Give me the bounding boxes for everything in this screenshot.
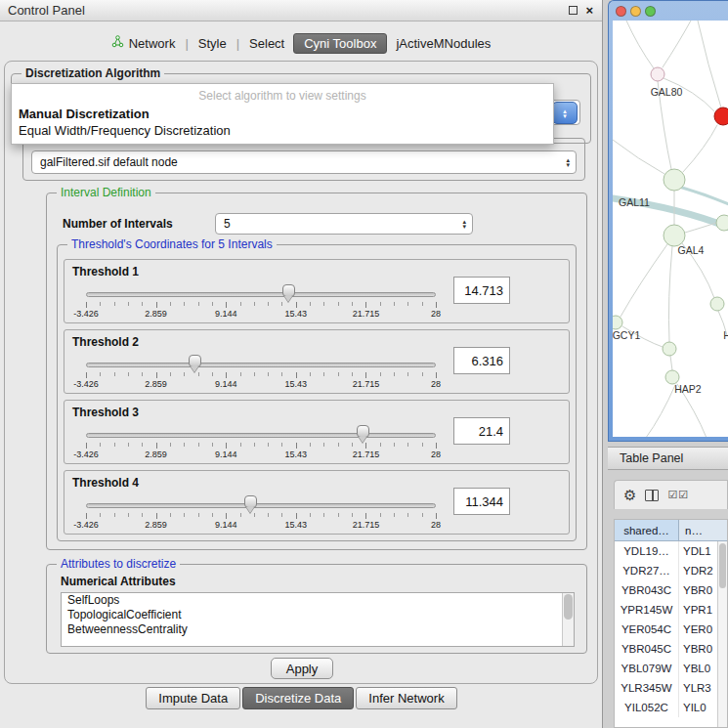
table-scrollbar[interactable]: [717, 541, 727, 727]
threshold-value-field[interactable]: 6.316: [453, 347, 510, 374]
network-edge[interactable]: [663, 21, 691, 67]
network-node[interactable]: [651, 67, 664, 81]
number-of-intervals-combobox[interactable]: 5 ▴ ▾: [215, 213, 473, 235]
tick-mark: [380, 513, 381, 517]
network-canvas[interactable]: GAL80GAL11GAL4GCY1HAP2H: [613, 21, 728, 437]
tick-mark: [254, 302, 255, 306]
tab-network[interactable]: Network: [103, 32, 185, 54]
network-edge[interactable]: [668, 246, 672, 342]
tick-mark: [198, 302, 199, 306]
network-edge[interactable]: [646, 385, 675, 437]
table-row[interactable]: YLR345WYLR3: [615, 678, 727, 698]
slider-thumb[interactable]: [282, 284, 295, 297]
tick-mark: [338, 372, 339, 376]
slider-thumb[interactable]: [357, 425, 369, 438]
network-node[interactable]: [665, 370, 679, 384]
gear-icon[interactable]: ⚙: [623, 488, 636, 502]
table-data-combobox[interactable]: galFiltered.sif default node ▴ ▾: [31, 150, 577, 174]
scale-label: -3.426: [73, 309, 99, 319]
close-icon[interactable]: ×: [585, 5, 593, 16]
network-edge[interactable]: [679, 187, 728, 204]
combobox-value: 5: [224, 217, 231, 231]
tab-discretize-data[interactable]: Discretize Data: [242, 687, 354, 709]
network-edge[interactable]: [670, 356, 672, 370]
apply-button[interactable]: Apply: [271, 658, 333, 679]
attribute-list-item[interactable]: TopologicalCoefficient: [62, 608, 574, 622]
table-row[interactable]: YBL079WYBL0: [615, 659, 727, 678]
scale-label: 28: [431, 379, 441, 389]
combobox-stepper[interactable]: ▴ ▾: [462, 219, 466, 229]
slider-track[interactable]: [86, 433, 436, 438]
network-edge[interactable]: [626, 21, 654, 68]
network-edge[interactable]: [683, 125, 717, 172]
list-scrollbar[interactable]: [562, 593, 574, 646]
attributes-list[interactable]: SelfLoopsTopologicalCoefficientBetweenne…: [61, 592, 575, 647]
network-node[interactable]: [663, 342, 676, 356]
tick-mark: [323, 302, 324, 306]
minimize-traffic-light[interactable]: [630, 6, 641, 17]
network-node[interactable]: [664, 225, 685, 246]
select-columns-icon[interactable]: ☑☑: [667, 490, 689, 500]
float-window-icon[interactable]: [569, 6, 578, 15]
table-row[interactable]: YBR045CYBR0: [615, 639, 727, 659]
tick-mark: [254, 443, 255, 447]
threshold-value-field[interactable]: 11.344: [453, 488, 510, 515]
column-header-shared-name[interactable]: shared…: [615, 520, 679, 540]
tick-mark: [352, 443, 353, 447]
table-cell-shared-name: YDL19…: [615, 541, 679, 561]
tab-select[interactable]: Select: [240, 33, 293, 54]
threshold-value-field[interactable]: 21.4: [453, 417, 510, 445]
scale-label: -3.426: [73, 450, 99, 459]
tick-mark: [114, 443, 115, 447]
attribute-list-item[interactable]: SelfLoops: [62, 593, 574, 608]
table-row[interactable]: YDR27…YDR2: [615, 561, 727, 580]
slider-track[interactable]: [86, 292, 436, 297]
network-node[interactable]: [664, 169, 685, 191]
tick-mark: [281, 372, 282, 376]
table-row[interactable]: YER054CYER0: [615, 620, 727, 639]
scrollbar-thumb[interactable]: [564, 594, 573, 620]
tab-jactivemnodules[interactable]: jActiveMNodules: [387, 33, 499, 54]
popup-item-list: Manual DiscretizationEqual Width/Frequen…: [12, 106, 553, 139]
algorithm-menu-item[interactable]: Equal Width/Frequency Discretization: [12, 122, 553, 139]
table-row[interactable]: YBR043CYBR0: [615, 580, 727, 600]
scrollbar-thumb[interactable]: [719, 543, 726, 588]
network-node[interactable]: [716, 215, 728, 231]
control-panel-titlebar[interactable]: Control Panel ×: [0, 0, 602, 21]
tick-mark: [156, 372, 157, 378]
zoom-traffic-light[interactable]: [645, 6, 656, 17]
slider-thumb[interactable]: [244, 495, 257, 508]
network-edge[interactable]: [698, 21, 721, 107]
tab-cyni-toolbox[interactable]: Cyni Toolbox: [293, 33, 387, 54]
table-row[interactable]: YDL19…YDL1: [615, 541, 727, 561]
algorithm-menu-item[interactable]: Manual Discretization: [12, 106, 553, 122]
network-window-titlebar[interactable]: [609, 1, 728, 21]
threshold-value-field[interactable]: 14.713: [453, 277, 510, 304]
table-row[interactable]: YIL052CYIL0: [615, 698, 727, 717]
network-node[interactable]: [613, 316, 622, 329]
close-traffic-light[interactable]: [616, 6, 626, 17]
attribute-list-item[interactable]: BetweennessCentrality: [62, 622, 574, 637]
scale-label: 21.715: [353, 520, 380, 530]
network-view-window: GAL80GAL11GAL4GCY1HAP2H: [608, 0, 728, 442]
tick-mark: [310, 372, 311, 376]
slider-thumb[interactable]: [189, 355, 201, 367]
network-node[interactable]: [710, 297, 724, 311]
network-edge[interactable]: [613, 140, 664, 174]
slider-track[interactable]: [86, 363, 436, 367]
network-edge[interactable]: [621, 244, 667, 317]
network-edge[interactable]: [685, 223, 716, 233]
tick-mark: [380, 302, 381, 306]
columns-icon[interactable]: [645, 490, 659, 501]
combobox-stepper[interactable]: ▴ ▾: [566, 157, 570, 167]
slider-track[interactable]: [86, 503, 436, 508]
tab-infer-network[interactable]: Infer Network: [356, 687, 456, 709]
network-graph[interactable]: GAL80GAL11GAL4GCY1HAP2H: [613, 21, 728, 437]
tab-style[interactable]: Style: [190, 33, 236, 54]
combobox-stepper-focused[interactable]: ▴ ▾: [552, 102, 578, 124]
table-panel-header[interactable]: Table Panel: [608, 447, 728, 470]
tab-impute-data[interactable]: Impute Data: [146, 687, 240, 709]
table-row[interactable]: YPR145WYPR1: [615, 600, 727, 620]
column-header-name[interactable]: n…: [679, 520, 727, 540]
network-node[interactable]: [714, 107, 728, 125]
